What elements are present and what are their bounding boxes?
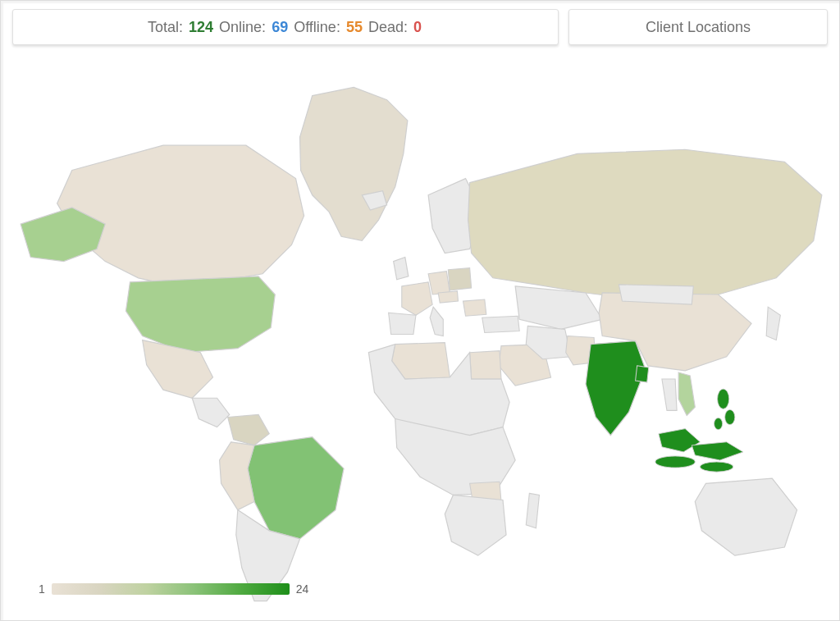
region-thailand[interactable] bbox=[662, 379, 677, 410]
panel-title: Client Locations bbox=[568, 9, 828, 45]
region-egypt[interactable] bbox=[470, 351, 501, 379]
region-greenland[interactable] bbox=[300, 88, 408, 241]
region-uk[interactable] bbox=[394, 258, 409, 280]
region-romania[interactable] bbox=[463, 299, 486, 316]
legend-max: 24 bbox=[296, 582, 309, 596]
region-madagascar[interactable] bbox=[526, 493, 539, 527]
region-czechia[interactable] bbox=[438, 291, 458, 303]
offline-value: 55 bbox=[346, 19, 363, 35]
region-russia[interactable] bbox=[468, 149, 822, 301]
total-label: Total: bbox=[148, 19, 183, 35]
region-indonesia[interactable] bbox=[655, 429, 743, 473]
world-map[interactable]: 1 24 bbox=[6, 57, 834, 615]
region-canada[interactable] bbox=[57, 145, 304, 286]
region-venezuela[interactable] bbox=[228, 414, 270, 445]
region-peru[interactable] bbox=[220, 442, 254, 510]
region-germany[interactable] bbox=[428, 272, 450, 295]
legend: 1 24 bbox=[39, 582, 308, 596]
legend-min: 1 bbox=[39, 582, 45, 596]
region-mongolia[interactable] bbox=[619, 285, 693, 304]
region-australia[interactable] bbox=[695, 478, 797, 555]
region-turkey[interactable] bbox=[482, 316, 519, 332]
region-philippines[interactable] bbox=[714, 389, 735, 429]
legend-gradient bbox=[52, 583, 290, 595]
region-vietnam[interactable] bbox=[678, 372, 695, 416]
header-bar: Total: 124 Online: 69 Offline: 55 Dead: … bbox=[1, 1, 839, 57]
svg-point-1 bbox=[725, 409, 735, 424]
region-india[interactable] bbox=[586, 341, 646, 436]
region-poland[interactable] bbox=[448, 268, 471, 290]
online-value: 69 bbox=[272, 19, 288, 35]
svg-point-4 bbox=[700, 462, 733, 472]
region-spain[interactable] bbox=[389, 313, 416, 334]
offline-label: Offline: bbox=[294, 19, 340, 35]
svg-point-2 bbox=[714, 418, 723, 429]
region-central-america[interactable] bbox=[192, 398, 229, 427]
region-brazil[interactable] bbox=[248, 437, 344, 539]
region-italy[interactable] bbox=[430, 307, 443, 336]
dead-label: Dead: bbox=[368, 19, 408, 35]
online-label: Online: bbox=[219, 19, 266, 35]
region-bangladesh[interactable] bbox=[636, 366, 649, 382]
region-japan[interactable] bbox=[766, 307, 780, 340]
svg-point-0 bbox=[718, 389, 729, 409]
svg-point-3 bbox=[655, 456, 695, 468]
region-france[interactable] bbox=[402, 282, 432, 315]
region-south-africa[interactable] bbox=[445, 495, 506, 555]
dead-value: 0 bbox=[413, 19, 422, 35]
total-value: 124 bbox=[189, 19, 213, 35]
stats-summary: Total: 124 Online: 69 Offline: 55 Dead: … bbox=[12, 9, 559, 45]
